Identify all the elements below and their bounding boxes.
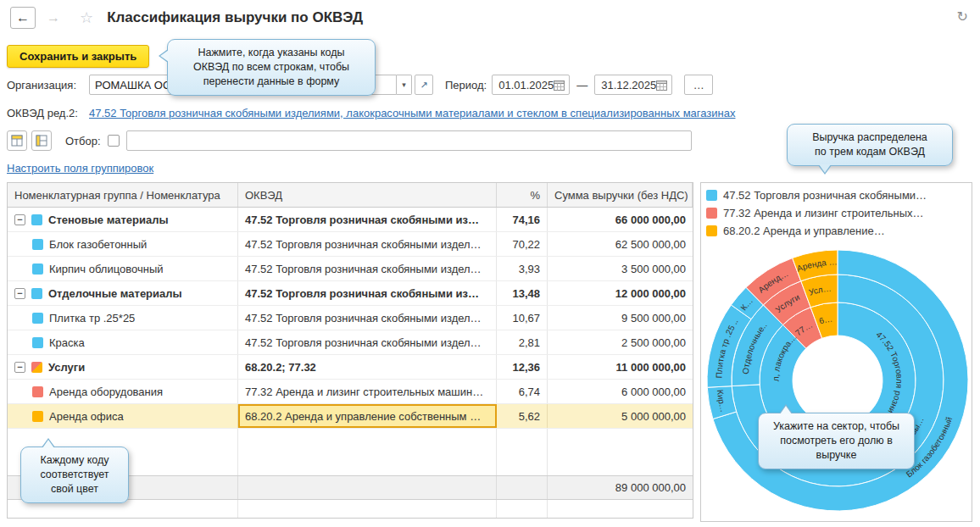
organization-dropdown-button[interactable]: ▾ bbox=[397, 75, 412, 95]
okved-cell[interactable]: 68.20.2; 77.32 bbox=[238, 355, 497, 379]
save-and-close-button[interactable]: Сохранить и закрыть bbox=[7, 45, 149, 68]
nomenclature-cell: Аренда оборудования bbox=[8, 380, 238, 403]
window-header: ← → ☆ Классификация выручки по ОКВЭД ↻ bbox=[0, 0, 980, 36]
chart-panel: 47.52 Торговля розничная скобяными…77.32… bbox=[700, 182, 972, 522]
okved-cell[interactable]: 47.52 Торговля розничная скобяными издел… bbox=[238, 330, 497, 354]
color-swatch bbox=[32, 411, 43, 422]
sum-cell: 12 000 000,00 bbox=[548, 281, 693, 305]
percent-cell: 2,81 bbox=[497, 330, 548, 354]
percent-cell: 12,36 bbox=[497, 355, 548, 379]
sum-cell: 11 000 000,00 bbox=[548, 355, 693, 379]
column-header-percent[interactable]: % bbox=[497, 183, 548, 207]
nomenclature-cell: −Услуги bbox=[8, 355, 238, 379]
okved-cell[interactable]: 77.32 Аренда и лизинг строительных машин… bbox=[238, 380, 497, 403]
legend-label: 68.20.2 Аренда и управление… bbox=[723, 225, 885, 237]
tooltip-sector-hint: Укажите на сектор, чтобы посмотреть его … bbox=[758, 413, 915, 469]
sum-cell: 62 500 000,00 bbox=[548, 232, 693, 256]
table-row[interactable]: Аренда офиса68.20.2 Аренда и управление … bbox=[8, 404, 693, 429]
okved-cell[interactable]: 47.52 Торговля розничная скобяными издел… bbox=[238, 257, 497, 280]
sum-cell: 3 500 000,00 bbox=[548, 257, 693, 280]
nomenclature-cell: Блок газобетонный bbox=[8, 232, 238, 256]
okved-row: ОКВЭД ред.2: 47.52 Торговля розничная ск… bbox=[7, 104, 735, 121]
legend-item[interactable]: 77.32 Аренда и лизинг строительных… bbox=[706, 204, 966, 222]
open-link-icon: ↗ bbox=[420, 80, 427, 91]
collapse-expander-icon[interactable]: − bbox=[14, 362, 25, 373]
table-row[interactable]: Кирпич облицовочный47.52 Торговля рознич… bbox=[8, 257, 693, 281]
calendar-icon[interactable] bbox=[554, 80, 565, 91]
table-row[interactable]: Блок газобетонный47.52 Торговля рознична… bbox=[8, 232, 693, 257]
okved-cell[interactable]: 47.52 Торговля розничная скобяными из… bbox=[238, 281, 497, 305]
period-more-button[interactable]: … bbox=[684, 75, 713, 95]
field-list-button[interactable] bbox=[31, 130, 52, 151]
percent-cell: 5,62 bbox=[497, 404, 548, 428]
legend-swatch bbox=[706, 225, 717, 236]
table-row[interactable]: −Стеновые материалы47.52 Торговля рознич… bbox=[8, 208, 693, 232]
back-button[interactable]: ← bbox=[10, 7, 36, 29]
color-swatch bbox=[31, 214, 42, 225]
legend-label: 47.52 Торговля розничная скобяными… bbox=[723, 189, 927, 202]
period-dash: — bbox=[576, 79, 587, 92]
table-row[interactable]: −Услуги68.20.2; 77.3212,3611 000 000,00 bbox=[8, 355, 693, 380]
chart-legend: 47.52 Торговля розничная скобяными…77.32… bbox=[701, 183, 972, 240]
sum-cell: 6 000 000,00 bbox=[548, 380, 693, 403]
filter-input[interactable] bbox=[126, 130, 692, 151]
organization-open-button[interactable]: ↗ bbox=[415, 75, 433, 95]
configure-grouping-fields-link[interactable]: Настроить поля группировок bbox=[7, 162, 153, 175]
column-header-okved[interactable]: ОКВЭД bbox=[238, 183, 497, 207]
filter-row: Отбор: bbox=[7, 130, 692, 151]
refresh-icon[interactable]: ↻ bbox=[957, 8, 968, 25]
column-header-sum[interactable]: Сумма выручки (без НДС) bbox=[548, 183, 693, 207]
color-swatch bbox=[32, 337, 43, 348]
total-sum: 89 000 000,00 bbox=[548, 476, 693, 499]
period-to-input[interactable]: 31.12.2025 bbox=[594, 75, 672, 95]
legend-item[interactable]: 47.52 Торговля розничная скобяными… bbox=[706, 186, 966, 204]
okved-cell[interactable]: 47.52 Торговля розничная скобяными издел… bbox=[238, 306, 497, 330]
forward-button[interactable]: → bbox=[41, 7, 66, 29]
okved-link[interactable]: 47.52 Торговля розничная скобяными издел… bbox=[89, 107, 735, 119]
calendar-icon[interactable] bbox=[656, 80, 667, 91]
nomenclature-name: Плитка тр .25*25 bbox=[49, 312, 135, 325]
legend-item[interactable]: 68.20.2 Аренда и управление… bbox=[706, 222, 966, 240]
okved-label: ОКВЭД ред.2: bbox=[7, 107, 89, 119]
okved-cell[interactable]: 47.52 Торговля розничная скобяными издел… bbox=[238, 232, 497, 256]
nomenclature-cell: −Отделочные материалы bbox=[8, 281, 238, 305]
collapse-expander-icon[interactable]: − bbox=[14, 288, 25, 299]
okved-cell[interactable]: 68.20.2 Аренда и управление собственным … bbox=[238, 404, 497, 428]
percent-cell: 74,16 bbox=[497, 208, 548, 231]
period-from-input[interactable]: 01.01.2025 bbox=[492, 75, 570, 95]
nomenclature-name: Стеновые материалы bbox=[48, 214, 169, 226]
sum-cell: 66 000 000,00 bbox=[548, 208, 693, 231]
table-row[interactable]: Плитка тр .25*2547.52 Торговля розничная… bbox=[8, 306, 693, 330]
collapse-expander-icon[interactable]: − bbox=[14, 214, 25, 225]
nomenclature-name: Кирпич облицовочный bbox=[49, 263, 163, 275]
color-swatch bbox=[32, 239, 43, 250]
filter-checkbox[interactable] bbox=[108, 135, 120, 147]
period-from-value: 01.01.2025 bbox=[498, 79, 554, 92]
nomenclature-cell: −Стеновые материалы bbox=[8, 208, 238, 231]
grouping-settings-button[interactable] bbox=[7, 130, 27, 151]
favorite-star-icon[interactable]: ☆ bbox=[80, 8, 93, 27]
nomenclature-name: Услуги bbox=[48, 361, 85, 374]
percent-cell: 3,93 bbox=[497, 257, 548, 280]
table-row[interactable]: −Отделочные материалы47.52 Торговля розн… bbox=[8, 281, 693, 306]
tooltip-save-hint: Нажмите, когда указаны коды ОКВЭД по все… bbox=[167, 39, 376, 96]
grouping-grid-icon bbox=[11, 135, 23, 147]
nomenclature-cell: Аренда офиса bbox=[8, 404, 238, 428]
color-swatch bbox=[32, 386, 43, 397]
nomenclature-name: Аренда оборудования bbox=[49, 386, 163, 398]
percent-cell: 13,48 bbox=[497, 281, 548, 305]
field-list-icon bbox=[36, 135, 47, 147]
sunburst-chart: 47.52 Торговля розни…77…6…Стеновы…Отдело… bbox=[701, 240, 973, 519]
sum-cell: 9 500 000,00 bbox=[548, 306, 693, 330]
sum-cell: 2 500 000,00 bbox=[548, 330, 693, 354]
column-header-nomenclature[interactable]: Номенклатурная группа / Номенклатура bbox=[8, 183, 238, 207]
sum-cell: 5 000 000,00 bbox=[548, 404, 693, 428]
table-row[interactable]: Краска47.52 Торговля розничная скобяными… bbox=[8, 330, 693, 355]
okved-cell[interactable]: 47.52 Торговля розничная скобяными из… bbox=[238, 208, 497, 231]
table-row[interactable]: Аренда оборудования77.32 Аренда и лизинг… bbox=[8, 380, 693, 404]
percent-cell: 6,74 bbox=[497, 380, 548, 403]
tooltip-colors-hint: Каждому коду соответствует свой цвет bbox=[20, 447, 129, 503]
table-body: −Стеновые материалы47.52 Торговля рознич… bbox=[8, 208, 693, 429]
nomenclature-name: Краска bbox=[49, 336, 85, 349]
tooltip-legend-hint: Выручка распределена по трем кодам ОКВЭД bbox=[787, 124, 953, 166]
